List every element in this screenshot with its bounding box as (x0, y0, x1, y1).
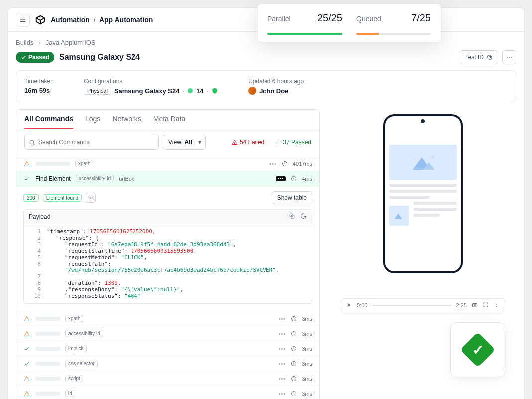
updated-label: Updated 6 hours ago (248, 78, 304, 85)
commands-card: All Commands Logs Networks Meta Data Vie… (16, 109, 320, 399)
check-icon (23, 176, 30, 182)
warning-icon (23, 161, 30, 167)
clock-icon (291, 361, 297, 367)
locator-tag: xpath (75, 160, 93, 167)
video-track[interactable] (372, 305, 451, 306)
shield-icon (211, 87, 218, 94)
svg-point-36 (496, 306, 497, 307)
command-row[interactable]: accessibility id •••3ms (16, 326, 319, 341)
svg-point-34 (496, 303, 497, 304)
crumb-builds[interactable]: Builds (16, 39, 33, 46)
crumb-app-automation[interactable]: App Automation (99, 16, 153, 24)
svg-line-12 (33, 144, 34, 145)
clock-icon (291, 346, 297, 352)
queued-value: 7/25 (411, 12, 431, 24)
locator-tag: implicit (65, 345, 87, 352)
warning-icon (23, 391, 30, 397)
command-row[interactable]: xpath •••3ms (16, 311, 319, 326)
locator-tag: script (65, 375, 83, 382)
more-icon[interactable] (494, 302, 500, 309)
row-menu[interactable]: ••• (279, 331, 286, 337)
warning-icon (23, 331, 30, 337)
locator-value: urlBox (119, 176, 134, 182)
search-input[interactable] (38, 139, 154, 146)
payload-title: Payload (29, 213, 50, 220)
configurations-label: Configurations (84, 78, 218, 85)
svg-point-8 (509, 57, 510, 58)
command-row-open[interactable]: Find Element accessibility-id urlBox •••… (16, 171, 319, 186)
tab-meta-data[interactable]: Meta Data (153, 115, 186, 129)
svg-rect-32 (473, 304, 477, 307)
copy-icon[interactable] (289, 213, 295, 221)
tab-logs[interactable]: Logs (85, 115, 100, 129)
time-taken-value: 16m 59s (24, 87, 54, 94)
crumb-automation[interactable]: Automation (51, 16, 90, 24)
warning-icon (232, 139, 238, 145)
command-row[interactable]: script •••3ms (16, 371, 319, 386)
command-row[interactable]: css selector •••3ms (16, 356, 319, 371)
svg-point-11 (30, 140, 34, 144)
queued-bar (356, 33, 431, 35)
payload-box: Payload (23, 209, 312, 304)
svg-point-29 (431, 155, 435, 159)
command-row[interactable]: id •••3ms (16, 386, 319, 399)
command-list: xpath ••• 4017ms Fin (16, 156, 319, 399)
camera-icon[interactable] (472, 302, 478, 309)
command-details: 200 Element found Show table Payload (16, 186, 319, 311)
locator-tag: xpath (65, 315, 83, 322)
warning-icon (23, 316, 30, 322)
chevron-right-icon: › (38, 39, 40, 46)
locator-tag: css selector (65, 360, 98, 367)
clock-icon (291, 176, 297, 182)
svg-point-9 (511, 57, 512, 58)
current-time: 0:00 (357, 302, 367, 308)
clock-icon (291, 331, 297, 337)
svg-point-14 (234, 143, 235, 144)
tab-networks[interactable]: Networks (112, 115, 141, 129)
meta-panel: Time taken 16m 59s Configurations Physic… (16, 70, 516, 102)
command-row[interactable]: xpath ••• 4017ms (16, 156, 319, 171)
row-menu[interactable]: ••• (279, 391, 286, 397)
fullscreen-icon[interactable] (483, 302, 489, 309)
user-name: John Doe (259, 87, 288, 95)
row-menu[interactable]: ••• (279, 316, 286, 322)
command-row[interactable]: implicit •••3ms (16, 341, 319, 356)
parallel-bar (267, 33, 342, 35)
duration: 4017ms (293, 161, 312, 167)
test-id-button[interactable]: Test ID (460, 50, 498, 64)
payload-code: 1"timestamp": 1705665601625252000, 2"res… (24, 224, 312, 303)
row-menu[interactable]: ••• (279, 346, 286, 352)
svg-point-10 (188, 88, 193, 93)
crumb-suite[interactable]: Java Appium iOS (46, 39, 96, 46)
row-menu[interactable]: ••• (269, 161, 277, 167)
time-taken-label: Time taken (24, 78, 54, 85)
failed-count: 54 Failed (232, 139, 264, 146)
menu-button[interactable] (16, 13, 30, 27)
image-icon[interactable] (86, 193, 96, 203)
os-version: 14 (196, 87, 203, 95)
theme-icon[interactable] (300, 213, 307, 221)
device-preview (383, 114, 463, 273)
row-menu[interactable]: ••• (276, 176, 286, 181)
queued-label: Queued (356, 15, 381, 23)
row-menu[interactable]: ••• (279, 361, 286, 367)
more-button[interactable] (502, 50, 516, 64)
row-menu[interactable]: ••• (279, 376, 286, 382)
clock-icon (282, 161, 288, 167)
show-table-button[interactable]: Show table (272, 191, 312, 204)
command-name: Find Element (35, 175, 71, 182)
tab-all-commands[interactable]: All Commands (24, 115, 73, 129)
android-icon (187, 88, 193, 94)
video-scrubber[interactable]: 0:00 2:25 (341, 298, 505, 312)
tabs: All Commands Logs Networks Meta Data (16, 110, 319, 129)
status-badge: Passed (16, 52, 54, 63)
play-icon[interactable] (346, 302, 352, 309)
search-input-wrapper[interactable] (24, 135, 159, 150)
view-filter-dropdown[interactable]: View: All ▾ (163, 135, 206, 150)
search-icon (29, 139, 35, 146)
app-window: Parallel 25/25 Queued 7/25 Automation / … (7, 7, 525, 399)
locator-tag: accessibility id (65, 330, 103, 337)
http-status-code: 200 (23, 194, 39, 202)
header-breadcrumb: Automation / App Automation (51, 16, 153, 24)
usage-card: Parallel 25/25 Queued 7/25 (257, 4, 441, 42)
